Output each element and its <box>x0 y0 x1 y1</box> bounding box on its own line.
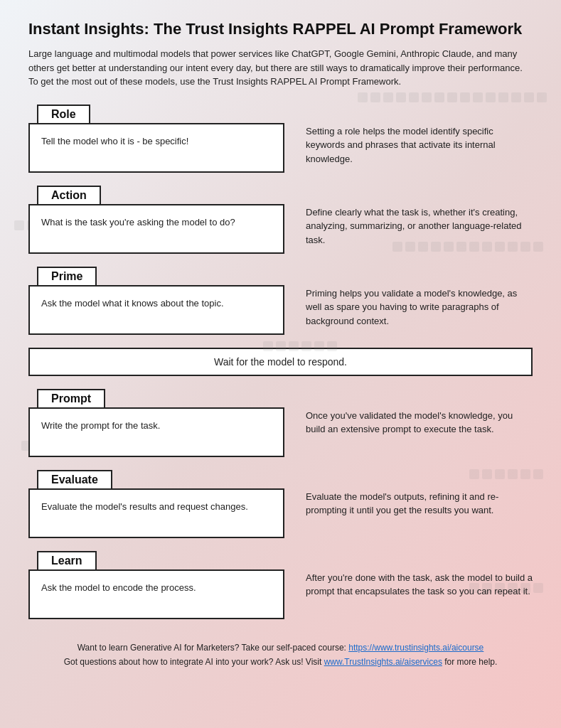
action-label: Action <box>37 186 101 205</box>
action-left: Action What is the task you're asking th… <box>28 186 284 254</box>
evaluate-row: Evaluate Evaluate the model's results an… <box>28 470 533 538</box>
learn-row: Learn Ask the model to encode the proces… <box>28 551 533 619</box>
wait-bar-row: Wait for the model to respond. <box>28 348 533 376</box>
page-container: Instant Insights: The Trust Insights RAP… <box>0 0 561 728</box>
prompt-description: Once you've validated the model's knowle… <box>284 389 533 437</box>
evaluate-left: Evaluate Evaluate the model's results an… <box>28 470 284 538</box>
role-label: Role <box>37 105 90 124</box>
action-description: Define clearly what the task is, whether… <box>284 186 533 247</box>
intro-text: Large language and multimodal models tha… <box>28 47 533 89</box>
action-row: Action What is the task you're asking th… <box>28 186 533 254</box>
learn-left: Learn Ask the model to encode the proces… <box>28 551 284 619</box>
footer-line1: Want to learn Generative AI for Marketer… <box>28 641 533 655</box>
prime-description: Priming helps you validate a model's kno… <box>284 267 533 328</box>
learn-description: After you're done with the task, ask the… <box>284 551 533 599</box>
evaluate-description: Evaluate the model's outputs, refining i… <box>284 470 533 518</box>
prime-left: Prime Ask the model what it knows about … <box>28 267 284 335</box>
learn-label: Learn <box>37 551 97 571</box>
footer: Want to learn Generative AI for Marketer… <box>28 633 533 670</box>
footer-line2: Got questions about how to integrate AI … <box>28 655 533 669</box>
prompt-left: Prompt Write the prompt for the task. <box>28 389 284 457</box>
role-description: Setting a role helps the model identify … <box>284 105 533 166</box>
role-row: Role Tell the model who it is - be speci… <box>28 105 533 173</box>
prime-box: Ask the model what it knows about the to… <box>28 285 284 335</box>
prime-row: Prime Ask the model what it knows about … <box>28 267 533 335</box>
prompt-row: Prompt Write the prompt for the task. On… <box>28 389 533 457</box>
action-box: What is the task you're asking the model… <box>28 204 284 254</box>
prime-label: Prime <box>37 267 97 287</box>
evaluate-box: Evaluate the model's results and request… <box>28 488 284 538</box>
role-left: Role Tell the model who it is - be speci… <box>28 105 284 173</box>
footer-link2[interactable]: www.TrustInsights.ai/aiservices <box>324 657 442 667</box>
footer-link1[interactable]: https://www.trustinsights.ai/aicourse <box>348 643 483 653</box>
prompt-box: Write the prompt for the task. <box>28 407 284 457</box>
wait-bar: Wait for the model to respond. <box>28 348 533 376</box>
learn-box: Ask the model to encode the process. <box>28 569 284 619</box>
page-title: Instant Insights: The Trust Insights RAP… <box>28 20 533 38</box>
prompt-label: Prompt <box>37 389 105 409</box>
deco-top-right <box>358 92 547 102</box>
evaluate-label: Evaluate <box>37 470 112 490</box>
role-box: Tell the model who it is - be specific! <box>28 123 284 173</box>
